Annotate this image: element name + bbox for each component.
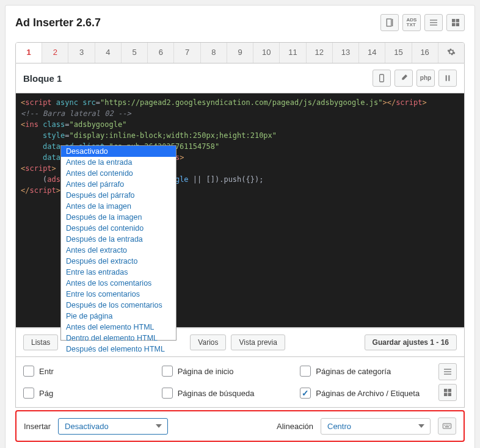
tab-7[interactable]: 7 (174, 43, 200, 63)
dd-option[interactable]: Después del elemento HTML (61, 344, 176, 355)
alineacion-select[interactable]: Centro (321, 418, 431, 435)
tools-icon-btn[interactable] (395, 70, 413, 87)
svg-rect-17 (444, 393, 447, 396)
block-title: Bloque 1 (23, 73, 62, 84)
svg-rect-4 (430, 24, 437, 25)
svg-rect-16 (448, 389, 451, 392)
varios-btn[interactable]: Varios (190, 334, 226, 350)
doc-icon-btn[interactable] (380, 14, 399, 31)
insertar-dropdown[interactable]: DesactivadoAntes de la entradaAntes del … (60, 145, 176, 341)
svg-rect-1 (392, 19, 393, 26)
dd-option[interactable]: Después del extracto (61, 256, 176, 267)
svg-rect-20 (444, 425, 445, 425)
svg-rect-14 (444, 374, 451, 374)
tab-2[interactable]: 2 (42, 43, 68, 63)
svg-rect-9 (380, 74, 384, 82)
dd-option[interactable]: Antes de los comentarios (61, 278, 176, 289)
tab-14[interactable]: 14 (359, 43, 385, 63)
svg-rect-24 (445, 427, 449, 427)
tab-3[interactable]: 3 (68, 43, 95, 63)
tab-15[interactable]: 15 (385, 43, 412, 63)
svg-rect-21 (446, 425, 446, 425)
side-list-icon[interactable] (438, 363, 457, 380)
page-title: Ad Inserter 2.6.7 (15, 16, 101, 29)
check-categoria[interactable]: Páginas de categoría (300, 366, 438, 377)
keyboard-icon-btn[interactable] (438, 417, 456, 435)
svg-rect-13 (444, 371, 451, 372)
guardar-btn[interactable]: Guardar ajustes 1 - 16 (365, 334, 457, 350)
dd-option[interactable]: Después del contenido (61, 223, 176, 234)
dd-option[interactable]: Después del párrafo (61, 190, 176, 201)
tab-11[interactable]: 11 (280, 43, 306, 63)
block-tabs: 1 2 3 4 5 6 7 8 9 10 11 12 13 14 15 16 (15, 42, 465, 63)
insertar-select[interactable]: Desactivado (58, 418, 168, 435)
grid-view-btn[interactable] (446, 14, 465, 31)
dd-option[interactable]: Entre las entradas (61, 267, 176, 278)
tab-12[interactable]: 12 (307, 43, 333, 63)
dd-option[interactable]: Desactivado (61, 146, 176, 157)
svg-rect-6 (456, 19, 459, 22)
svg-rect-22 (448, 425, 448, 425)
pause-btn[interactable] (438, 70, 457, 87)
dd-option[interactable]: Después de los comentarios (61, 300, 176, 311)
tab-settings[interactable] (438, 43, 464, 63)
insertar-label: Insertar (24, 422, 51, 431)
tab-9[interactable]: 9 (227, 43, 253, 63)
tab-8[interactable]: 8 (201, 43, 227, 63)
svg-rect-12 (444, 369, 451, 369)
svg-rect-10 (446, 75, 447, 81)
svg-rect-15 (444, 389, 447, 392)
tab-4[interactable]: 4 (95, 43, 122, 63)
dd-option[interactable]: Después de la entrada (61, 234, 176, 245)
svg-rect-8 (456, 23, 459, 26)
vista-previa-btn[interactable]: Vista previa (231, 334, 285, 350)
svg-rect-2 (430, 20, 437, 20)
dd-option[interactable]: Antes del elemento HTML (61, 322, 176, 333)
svg-rect-3 (430, 22, 437, 23)
svg-rect-5 (452, 19, 455, 22)
dd-option[interactable]: Antes de la imagen (61, 201, 176, 212)
side-grid-icon[interactable] (438, 384, 457, 401)
svg-rect-23 (449, 425, 449, 425)
tab-5[interactable]: 5 (122, 43, 148, 63)
dd-option[interactable]: Después de la imagen (61, 212, 176, 223)
tab-16[interactable]: 16 (412, 43, 438, 63)
check-archivo[interactable]: Páginas de Archivo / Etiqueta (300, 388, 438, 399)
svg-rect-11 (448, 75, 449, 81)
device-icon-btn[interactable] (373, 70, 391, 87)
check-entradas[interactable]: Entr (23, 366, 162, 377)
php-btn[interactable]: php (416, 70, 435, 87)
dd-option[interactable]: Antes del contenido (61, 168, 176, 179)
tab-6[interactable]: 6 (148, 43, 174, 63)
svg-rect-18 (448, 393, 451, 396)
dd-option[interactable]: Antes del extracto (61, 245, 176, 256)
svg-rect-7 (452, 23, 455, 26)
check-paginas[interactable]: Pág (23, 388, 162, 399)
dd-option[interactable]: Entre los comentarios (61, 289, 176, 300)
tab-13[interactable]: 13 (333, 43, 359, 63)
alineacion-label: Alineación (277, 422, 313, 431)
check-inicio[interactable]: Página de inicio (162, 366, 300, 377)
svg-rect-19 (443, 424, 451, 428)
check-busqueda[interactable]: Páginas de búsqueda (162, 388, 300, 399)
svg-rect-0 (387, 19, 391, 26)
dd-option[interactable]: Dentro del elemento HTML (61, 333, 176, 344)
list-view-btn[interactable] (424, 14, 443, 31)
ads-txt-btn[interactable]: ADSTXT (402, 14, 421, 31)
listas-btn[interactable]: Listas (23, 334, 58, 350)
dd-option[interactable]: Antes de la entrada (61, 157, 176, 168)
tab-10[interactable]: 10 (253, 43, 280, 63)
dd-option[interactable]: Antes del párrafo (61, 179, 176, 190)
dd-option[interactable]: Pie de página (61, 311, 176, 322)
tab-1[interactable]: 1 (16, 43, 42, 63)
